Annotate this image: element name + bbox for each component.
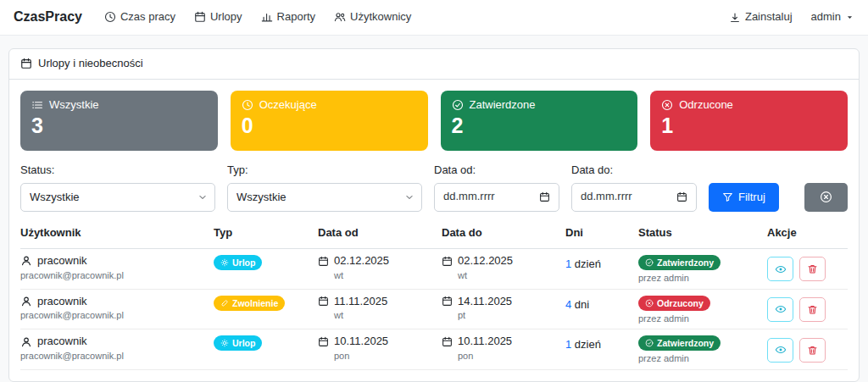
date-from-value: 10.11.2025 bbox=[334, 335, 388, 348]
person-icon bbox=[20, 255, 32, 267]
summary-value: 0 bbox=[242, 113, 417, 138]
days-cell: 4 dni bbox=[560, 289, 633, 329]
status-note: przez admin bbox=[638, 313, 757, 324]
date-to-label: Data do: bbox=[571, 164, 697, 177]
panel-body: Wszystkie 3 Oczekujące 0 Zatwierdzone bbox=[9, 80, 859, 381]
type-select-wrap: Wszystkie bbox=[227, 183, 422, 212]
delete-button[interactable] bbox=[799, 297, 826, 322]
date-to-cell: 10.11.2025 pon bbox=[437, 329, 560, 370]
date-from-input[interactable]: dd.mm.rrrr bbox=[434, 183, 559, 212]
bandage-icon bbox=[220, 299, 229, 307]
actions-cell bbox=[762, 248, 848, 289]
calendar-icon bbox=[318, 256, 329, 267]
list-icon bbox=[31, 99, 43, 111]
days-unit: dzień bbox=[575, 257, 601, 270]
col-typ: Typ bbox=[209, 219, 313, 248]
clear-filters-button[interactable] bbox=[804, 183, 848, 212]
type-badge-label: Urlop bbox=[232, 257, 255, 268]
summary-label: Zatwierdzone bbox=[470, 99, 536, 112]
status-select-wrap: Wszystkie bbox=[20, 183, 215, 212]
status-note: przez admin bbox=[638, 353, 757, 364]
check-circle-icon bbox=[452, 99, 464, 111]
days-unit: dni bbox=[575, 298, 589, 311]
summary-card-rejected: Odrzucone 1 bbox=[650, 91, 848, 151]
date-from-value: 11.11.2025 bbox=[334, 296, 387, 308]
view-button[interactable] bbox=[767, 338, 793, 363]
calendar-picker-icon[interactable] bbox=[539, 191, 550, 202]
view-button[interactable] bbox=[767, 297, 793, 322]
date-from-value: 02.12.2025 bbox=[334, 255, 389, 268]
eye-icon bbox=[775, 303, 787, 315]
install-button[interactable]: Zainstaluj bbox=[729, 11, 793, 24]
user-email: pracownik@pracownik.pl bbox=[20, 310, 203, 321]
x-circle-icon bbox=[820, 191, 832, 203]
date-to-cell: 02.12.2025 wt bbox=[437, 248, 560, 289]
status-filter-label: Status: bbox=[20, 164, 215, 177]
delete-button[interactable] bbox=[799, 338, 826, 363]
actions-cell bbox=[762, 289, 848, 329]
user-cell: pracownik pracownik@pracownik.pl bbox=[20, 329, 209, 370]
status-badge-label: Zatwierdzony bbox=[657, 257, 714, 268]
user-name: pracownik bbox=[37, 296, 87, 308]
status-cell: Zatwierdzony przez admin bbox=[633, 329, 762, 370]
status-select[interactable]: Wszystkie bbox=[20, 183, 215, 212]
status-badge: Zatwierdzony bbox=[638, 335, 721, 351]
date-to-value: dd.mm.rrrr bbox=[581, 191, 632, 203]
calendar-picker-icon[interactable] bbox=[676, 191, 687, 202]
status-badge-label: Zatwierdzony bbox=[657, 338, 714, 348]
date-to-input[interactable]: dd.mm.rrrr bbox=[571, 183, 697, 212]
status-cell: Zatwierdzony przez admin bbox=[633, 248, 762, 289]
col-akcje: Akcje bbox=[762, 219, 848, 248]
col-uzytkownik: Użytkownik bbox=[20, 219, 209, 248]
user-menu-label: admin bbox=[811, 11, 841, 24]
app-brand[interactable]: CzasPracy bbox=[14, 9, 82, 25]
date-from-cell: 02.12.2025 wt bbox=[313, 248, 437, 289]
nav-urlopy-label: Urlopy bbox=[210, 11, 242, 24]
nav-czas-pracy[interactable]: Czas pracy bbox=[104, 11, 175, 24]
clock-icon bbox=[242, 99, 253, 111]
vacations-panel: Urlopy i nieobecności Wszystkie 3 Oczeku… bbox=[8, 48, 860, 382]
status-badge: Odrzucony bbox=[638, 296, 710, 311]
filter-button[interactable]: Filtruj bbox=[709, 183, 779, 212]
filter-button-label: Filtruj bbox=[738, 191, 765, 203]
status-badge: Zatwierdzony bbox=[638, 255, 721, 270]
user-cell: pracownik pracownik@pracownik.pl bbox=[20, 289, 209, 329]
type-badge: Urlop bbox=[214, 255, 262, 270]
trash-icon bbox=[807, 304, 818, 315]
col-status: Status bbox=[633, 219, 762, 248]
status-badge-label: Odrzucony bbox=[657, 298, 704, 308]
date-from-value: dd.mm.rrrr bbox=[443, 191, 495, 203]
nav-uzytkownicy[interactable]: Użytkownicy bbox=[334, 11, 411, 24]
panel-title: Urlopy i nieobecności bbox=[38, 58, 143, 70]
eye-icon bbox=[775, 263, 787, 275]
actions-cell bbox=[762, 329, 848, 370]
top-navbar: CzasPracy Czas pracy Urlopy Raporty Użyt… bbox=[0, 0, 868, 36]
sun-icon bbox=[220, 339, 229, 347]
date-to-value: 02.12.2025 bbox=[458, 255, 513, 268]
type-cell: Urlop bbox=[209, 248, 313, 289]
nav-raporty[interactable]: Raporty bbox=[261, 11, 316, 24]
summary-label: Wszystkie bbox=[49, 99, 99, 112]
bar-chart-icon bbox=[261, 11, 273, 23]
sun-icon bbox=[220, 258, 229, 267]
summary-label: Oczekujące bbox=[259, 99, 317, 112]
user-menu[interactable]: admin bbox=[811, 11, 854, 24]
user-email: pracownik@pracownik.pl bbox=[20, 270, 203, 281]
date-to-value: 14.11.2025 bbox=[458, 296, 512, 308]
nav-urlopy[interactable]: Urlopy bbox=[194, 11, 242, 24]
type-badge-label: Urlop bbox=[232, 338, 255, 348]
person-icon bbox=[20, 336, 32, 348]
nav-raporty-label: Raporty bbox=[277, 11, 316, 24]
type-filter-label: Typ: bbox=[227, 164, 422, 177]
page: Urlopy i nieobecności Wszystkie 3 Oczeku… bbox=[0, 36, 868, 382]
table-header-row: Użytkownik Typ Data od Data do Dni Statu… bbox=[20, 219, 848, 248]
view-button[interactable] bbox=[767, 257, 793, 281]
days-cell: 1 dzień bbox=[560, 329, 633, 370]
user-name: pracownik bbox=[37, 255, 87, 268]
date-from-weekday: wt bbox=[334, 310, 431, 321]
delete-button[interactable] bbox=[799, 257, 826, 281]
calendar-icon bbox=[442, 336, 453, 347]
people-icon bbox=[334, 11, 346, 23]
date-to-weekday: wt bbox=[458, 270, 555, 281]
type-select[interactable]: Wszystkie bbox=[227, 183, 422, 212]
